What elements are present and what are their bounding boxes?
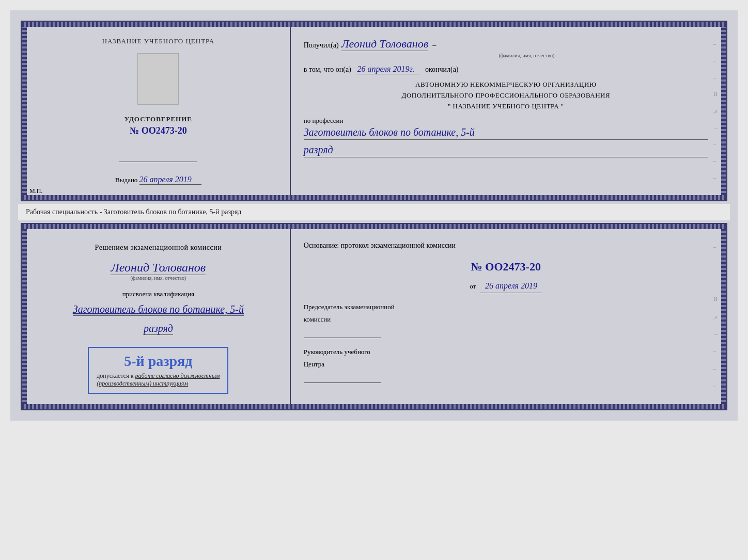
udostoverenie-label: УДОСТОВЕРЕНИЕ [124, 115, 192, 123]
nazvanie: " НАЗВАНИЕ УЧЕБНОГО ЦЕНТРА " [304, 101, 708, 112]
recipient-name-bottom: Леонид Толованов [111, 261, 206, 275]
top-doc-right: Получил(а) Леонид Толованов – (фамилия, … [291, 27, 721, 195]
predsedatel-signature-line [304, 328, 381, 338]
photo-placeholder [137, 53, 179, 105]
tsentra-label: Центра [304, 358, 708, 370]
stamp-box: 5-й разряд допускается к работе согласно… [88, 347, 228, 394]
resheniyem-text: Решением экзаменационной комиссии [95, 242, 222, 253]
komissii-label: комиссии [304, 313, 708, 325]
dopuskaetsya-text: работе согласно должностным [135, 372, 220, 379]
vydano-label: Выдано [115, 176, 137, 184]
avtonomnuyu-block: АВТОНОМНУЮ НЕКОММЕРЧЕСКУЮ ОРГАНИЗАЦИЮ ДО… [304, 79, 708, 111]
avtonomnuyu1: АВТОНОМНУЮ НЕКОММЕРЧЕСКУЮ ОРГАНИЗАЦИЮ [304, 79, 708, 90]
rukovoditel-label: Руководитель учебного [304, 346, 708, 358]
profession-text-top: Заготовитель блоков по ботанике, 5-й [304, 126, 708, 140]
osnovanie-block: Основание: протокол экзаменационной коми… [304, 239, 708, 383]
razryad-bottom: разряд [144, 323, 173, 335]
osnovanie-label: Основание: протокол экзаменационной коми… [304, 239, 708, 252]
fio-subtitle-bottom: (фамилия, имя, отчество) [111, 275, 206, 281]
fio-subtitle-top: (фамилия, имя, отчество) [345, 53, 708, 58]
po-professii-block: по профессии Заготовитель блоков по бота… [304, 117, 708, 157]
poluchil-label: Получил(а) [304, 41, 339, 50]
okonchil-label: окончил(а) [425, 66, 459, 73]
vydano-date: 26 апреля 2019 [139, 175, 201, 185]
ot-line: от 26 апреля 2019 [304, 279, 708, 293]
razryad-top: разряд [304, 144, 708, 157]
vtom-label: в том, что он(а) [304, 66, 351, 73]
vydano-line: Выдано 26 апреля 2019 [115, 175, 201, 185]
predsedatel-block: Председатель экзаменационной комиссии [304, 301, 708, 338]
top-document: НАЗВАНИЕ УЧЕБНОГО ЦЕНТРА УДОСТОВЕРЕНИЕ №… [21, 21, 727, 201]
rukovoditel-signature-line [304, 373, 381, 383]
dopuskaetsya-text2: (производственным) инструкциям [97, 380, 188, 387]
dash-after-name: – [432, 41, 436, 50]
name-block-bottom: Леонид Толованов (фамилия, имя, отчество… [111, 261, 206, 281]
bottom-doc-left: Решением экзаменационной комиссии Леонид… [27, 229, 291, 404]
stamp-razryad-text: 5-й разряд [97, 353, 220, 370]
top-doc-left: НАЗВАНИЕ УЧЕБНОГО ЦЕНТРА УДОСТОВЕРЕНИЕ №… [27, 27, 291, 195]
qualification-text: Заготовитель блоков по ботанике, 5-й [73, 303, 244, 316]
protocol-number: № OO2473-20 [304, 257, 708, 276]
side-marks-bottom: – – – И ,а ← – – – [713, 239, 719, 394]
bottom-doc-right: Основание: протокол экзаменационной коми… [291, 229, 721, 404]
document-number: № OO2473-20 [124, 125, 192, 136]
recipient-name-top: Леонид Толованов [341, 37, 429, 51]
completion-date-top: 26 апреля 2019г. [357, 65, 419, 74]
top-doc-center-title: НАЗВАНИЕ УЧЕБНОГО ЦЕНТРА [102, 37, 214, 45]
stamp-dopuskaetsya: допускается к работе согласно должностны… [97, 372, 220, 388]
ot-date: 26 апреля 2019 [480, 279, 542, 293]
dopuskaetsya-label: допускается к [97, 372, 133, 379]
bottom-document: Решением экзаменационной комиссии Леонид… [21, 223, 727, 410]
predsedatel-label: Председатель экзаменационной [304, 301, 708, 313]
poluchil-line: Получил(а) Леонид Толованов – [304, 37, 708, 51]
separator-label: Рабочая специальность - Заготовитель бло… [18, 204, 730, 220]
resheniyem-label: Решением экзаменационной комиссии [95, 244, 222, 251]
prisvoena-text: присвоена квалификация [122, 290, 194, 298]
rukovoditel-block: Руководитель учебного Центра [304, 346, 708, 383]
vtom-line: в том, что он(а) 26 апреля 2019г. окончи… [304, 65, 708, 74]
avtonomnuyu2: ДОПОЛНИТЕЛЬНОГО ПРОФЕССИОНАЛЬНОГО ОБРАЗО… [304, 90, 708, 101]
ot-label: от [470, 282, 476, 290]
side-marks-top: – – – И ,а ← – – – [713, 37, 719, 185]
mp-label: М.П. [29, 187, 42, 195]
po-professii-label: по профессии [304, 117, 344, 124]
